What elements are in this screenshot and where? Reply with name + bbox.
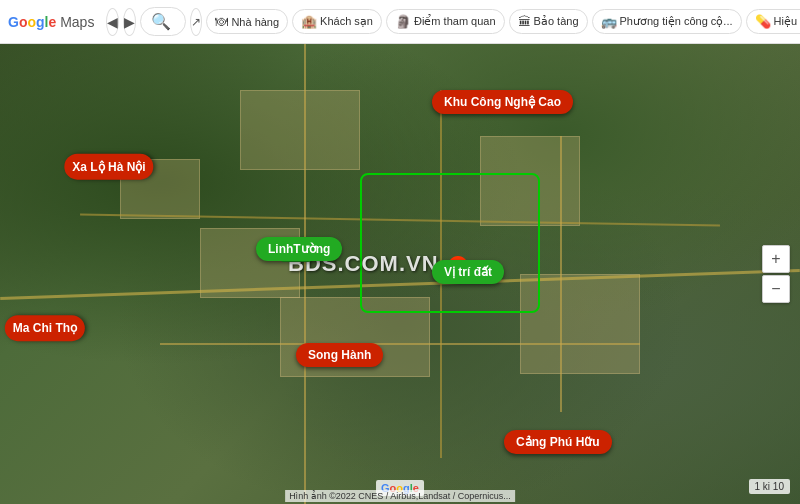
road-horizontal-2 xyxy=(160,343,640,345)
category-label: Phương tiện công cộ... xyxy=(620,15,733,28)
category-label: Nhà hàng xyxy=(231,16,279,28)
search-box[interactable]: 🔍 xyxy=(140,7,186,36)
hotel-icon: 🏨 xyxy=(301,14,317,29)
zoom-in-button[interactable]: + xyxy=(762,245,790,273)
category-hieu-thuoc[interactable]: 💊 Hiệu thuốc xyxy=(746,9,801,34)
label-cang-phu-huu: Cảng Phú Hữu xyxy=(504,430,612,454)
category-nha-hang[interactable]: 🍽 Nhà hàng xyxy=(206,9,288,34)
label-linh-tuong: LinhTường xyxy=(256,237,342,261)
google-maps-logo: Google Maps xyxy=(8,14,94,30)
museum-icon: 🏛 xyxy=(518,14,531,29)
google-maps-toolbar: Google Maps ◀ ▶ 🔍 ↗ 🍽 Nhà hàng 🏨 Khách s… xyxy=(0,0,800,44)
category-phuong-tien[interactable]: 🚌 Phương tiện công cộ... xyxy=(592,9,742,34)
zoom-out-button[interactable]: − xyxy=(762,275,790,303)
search-icon: 🔍 xyxy=(151,12,171,31)
category-label: Điểm tham quan xyxy=(414,15,496,28)
restaurant-icon: 🍽 xyxy=(215,14,228,29)
forward-button[interactable]: ▶ xyxy=(123,8,136,36)
label-khu-cong-nghe-cao: Khu Công Nghệ Cao xyxy=(432,90,573,114)
label-xa-lo-ha-noi: Xa Lộ Hà Nội xyxy=(64,154,153,180)
transit-icon: 🚌 xyxy=(601,14,617,29)
map-controls: + − xyxy=(762,245,790,303)
scale-bar: 1 ki 10 xyxy=(749,479,790,494)
road-vertical-3 xyxy=(560,136,562,412)
back-button[interactable]: ◀ xyxy=(106,8,119,36)
category-khach-san[interactable]: 🏨 Khách sạn xyxy=(292,9,382,34)
label-song-hanh: Song Hành xyxy=(296,343,383,367)
pharmacy-icon: 💊 xyxy=(755,14,771,29)
category-label: Hiệu thuốc xyxy=(774,15,801,28)
label-vi-tri-dat: Vị trí đất xyxy=(432,260,504,284)
urban-area-1 xyxy=(240,90,360,170)
category-diem-tham-quan[interactable]: 🗿 Điểm tham quan xyxy=(386,9,505,34)
category-bao-tang[interactable]: 🏛 Bảo tàng xyxy=(509,9,588,34)
green-boundary-area xyxy=(360,173,540,313)
directions-button[interactable]: ↗ xyxy=(190,8,202,36)
attraction-icon: 🗿 xyxy=(395,14,411,29)
label-ma-chi-tho: Ma Chi Thọ xyxy=(5,315,85,341)
map-attribution: Hình ảnh ©2022 CNES / Airbus,Landsat / C… xyxy=(285,490,515,502)
category-label: Khách sạn xyxy=(320,15,373,28)
map-container[interactable]: BDS.COM.VN 🏠 Xa Lộ Hà Nội Khu Công Nghệ … xyxy=(0,44,800,504)
road-vertical-1 xyxy=(304,44,306,504)
category-label: Bảo tàng xyxy=(534,15,579,28)
